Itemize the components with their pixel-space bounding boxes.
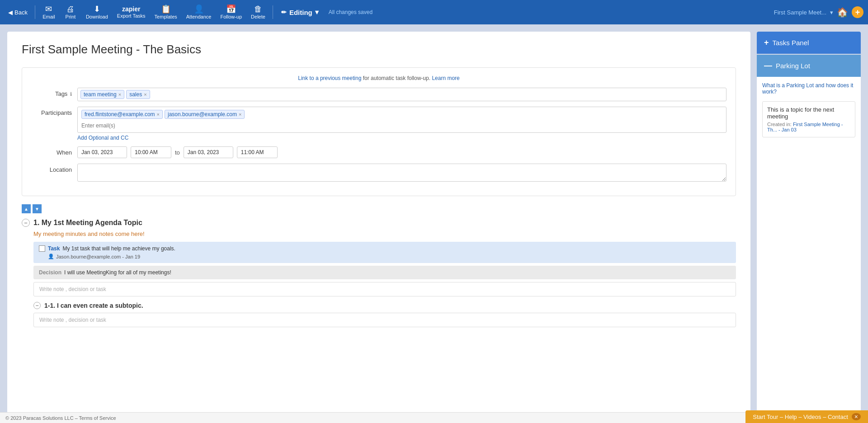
task-item-1: Task My 1st task that will help me achie… xyxy=(33,242,736,263)
delete-icon: 🗑 xyxy=(254,5,262,13)
topic-1-notes: My meeting minutes and notes come here! xyxy=(33,230,736,237)
subtopic-1-1-collapse[interactable]: − xyxy=(33,302,41,309)
chevron-nav-icon: ▾ xyxy=(830,9,833,16)
tasks-panel-button[interactable]: + Tasks Panel xyxy=(757,32,861,54)
email-input[interactable] xyxy=(81,122,722,130)
remove-fred[interactable]: × xyxy=(157,112,160,117)
editing-button[interactable]: ✏ Editing ▾ xyxy=(277,5,323,19)
download-icon: ⬇ xyxy=(94,5,100,13)
to-text: to xyxy=(175,149,180,156)
chevron-down-icon: ▾ xyxy=(315,8,319,16)
agenda-up-arrow[interactable]: ▲ xyxy=(22,204,31,213)
remove-tag-team-meeting[interactable]: × xyxy=(118,92,121,97)
topic-1-header: − 1. My 1st Meeting Agenda Topic xyxy=(22,219,736,227)
meta-section: Link to a previous meeting for automatic… xyxy=(22,67,736,196)
tag-sales: sales × xyxy=(126,90,150,99)
task-checkbox-1[interactable] xyxy=(39,245,45,252)
end-date-input[interactable] xyxy=(184,146,233,158)
back-label: Back xyxy=(14,9,28,16)
attendance-button[interactable]: 👤 Attendance xyxy=(183,3,215,21)
remove-jason[interactable]: × xyxy=(239,112,241,117)
templates-label: Templates xyxy=(155,14,177,19)
parking-item-1-title: This is a topic for the next meeting xyxy=(767,106,850,120)
all-saved-status: All changes saved xyxy=(329,9,373,15)
add-meeting-button[interactable]: + xyxy=(852,6,863,18)
help-bar-close[interactable]: × xyxy=(852,413,861,420)
nav-meeting-title[interactable]: First Sample Meet... xyxy=(774,9,826,16)
pencil-icon: ✏ xyxy=(281,9,287,16)
learn-more-link[interactable]: Learn more xyxy=(432,75,459,81)
parking-lot-help-link[interactable]: What is a Parking Lot and how does it wo… xyxy=(762,82,855,95)
parking-item-1: This is a topic for the next meeting Cre… xyxy=(762,101,855,137)
location-input[interactable] xyxy=(77,164,726,182)
back-button[interactable]: ◀ Back xyxy=(5,7,31,18)
tags-info-icon[interactable]: ℹ xyxy=(70,91,72,97)
topic-1: − 1. My 1st Meeting Agenda Topic My meet… xyxy=(22,219,736,327)
zapier-button[interactable]: zapier Export Tasks xyxy=(113,4,149,20)
download-button[interactable]: ⬇ Download xyxy=(82,3,112,21)
delete-button[interactable]: 🗑 Delete xyxy=(247,3,269,21)
remove-tag-sales[interactable]: × xyxy=(144,92,146,97)
topic-1-collapse[interactable]: − xyxy=(22,219,30,227)
parking-lot-label: Parking Lot xyxy=(776,62,810,70)
end-time-input[interactable] xyxy=(237,146,278,158)
attendance-icon: 👤 xyxy=(194,5,204,13)
task-text-1: My 1st task that will help me achieve my… xyxy=(62,245,175,252)
add-optional-cc[interactable]: Add Optional and CC xyxy=(77,135,128,141)
minus-parking-icon: — xyxy=(764,61,772,70)
parking-lot-button[interactable]: — Parking Lot xyxy=(757,55,861,77)
agenda-down-arrow[interactable]: ▼ xyxy=(33,204,42,213)
link-line: Link to a previous meeting for automatic… xyxy=(31,75,726,81)
editing-label: Editing xyxy=(289,9,312,16)
meeting-title: First Sample Meeting - The Basics xyxy=(22,42,736,56)
email-icon: ✉ xyxy=(45,5,52,13)
print-button[interactable]: 🖨 Print xyxy=(61,3,80,21)
delete-label: Delete xyxy=(251,14,265,19)
task-assignee: Jason.bourne@example.com - Jan 19 xyxy=(56,254,140,259)
participants-label: Participants xyxy=(31,107,72,116)
plus-tasks-icon: + xyxy=(764,38,769,47)
nav-divider-2 xyxy=(273,5,273,19)
tags-input[interactable]: team meeting × sales × xyxy=(77,88,726,101)
task-meta-1: 👤 Jason.bourne@example.com - Jan 19 xyxy=(48,254,731,259)
participants-box[interactable]: fred.flintstone@example.com × jason.bour… xyxy=(77,107,726,133)
home-icon[interactable]: 🏠 xyxy=(837,7,848,18)
followup-button[interactable]: 📅 Follow-up xyxy=(217,3,245,21)
help-bar-text: Start Tour – Help – Videos – Contact xyxy=(753,414,848,420)
start-time-input[interactable] xyxy=(131,146,171,158)
meeting-panel: First Sample Meeting - The Basics Link t… xyxy=(7,32,750,416)
parking-item-1-meta: Created in: First Sample Meeting - Th...… xyxy=(767,122,850,132)
agenda-controls: ▲ ▼ xyxy=(22,204,736,213)
email-button[interactable]: ✉ Email xyxy=(39,3,59,21)
email-label: Email xyxy=(42,14,55,19)
participant-fred: fred.flintstone@example.com × xyxy=(81,110,163,119)
back-icon: ◀ xyxy=(8,9,13,16)
followup-label: Follow-up xyxy=(220,14,242,19)
nav-right: First Sample Meet... ▾ 🏠 + xyxy=(774,6,863,18)
task-person-icon: 👤 xyxy=(48,254,54,259)
help-bar[interactable]: Start Tour – Help – Videos – Contact × xyxy=(745,410,868,423)
location-label: Location xyxy=(31,164,72,173)
when-field: to xyxy=(77,146,726,158)
link-previous-meeting[interactable]: Link to a previous meeting xyxy=(298,75,361,81)
download-label: Download xyxy=(86,14,108,19)
tags-row: Tags ℹ team meeting × sales × xyxy=(31,88,726,101)
footer: © 2023 Paracas Solutions LLC – Terms of … xyxy=(0,412,868,423)
main-content: First Sample Meeting - The Basics Link t… xyxy=(0,24,868,423)
nav-divider-1 xyxy=(35,5,35,19)
templates-icon: 📋 xyxy=(161,5,171,13)
participants-field: fred.flintstone@example.com × jason.bour… xyxy=(77,107,726,141)
write-note-subtopic-1-1[interactable]: Write note , decision or task xyxy=(33,313,736,327)
when-inputs: to xyxy=(77,146,726,158)
print-icon: 🖨 xyxy=(66,5,75,13)
print-label: Print xyxy=(66,14,76,19)
parking-lot-section: What is a Parking Lot and how does it wo… xyxy=(757,77,861,416)
zapier-icon: zapier xyxy=(122,6,140,12)
write-note-topic-1[interactable]: Write note , decision or task xyxy=(33,282,736,296)
templates-button[interactable]: 📋 Templates xyxy=(151,3,181,21)
start-date-input[interactable] xyxy=(77,146,127,158)
subtopic-1-1-title: 1-1. I can even create a subtopic. xyxy=(44,302,143,309)
tag-team-meeting: team meeting × xyxy=(80,90,124,99)
location-row: Location xyxy=(31,164,726,183)
task-label-1: Task xyxy=(48,245,60,252)
